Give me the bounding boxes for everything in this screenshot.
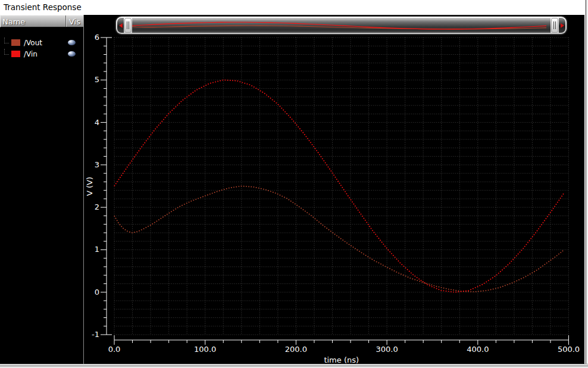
x-axis-title: time (ns) <box>324 355 359 364</box>
trace-vout[interactable] <box>114 186 564 292</box>
waveform-plot[interactable]: -101234560.0100.0200.0300.0400.0500.0tim… <box>84 15 584 364</box>
preview-trace-vin <box>132 22 546 29</box>
arrow-right-icon <box>561 23 564 28</box>
signal-color-swatch[interactable] <box>11 39 20 46</box>
scrollbar-right-handle[interactable] <box>551 18 558 33</box>
y-tick-label: 4 <box>95 118 99 127</box>
legend-rows: /Vout /Vin <box>0 37 83 60</box>
y-tick-label: 0 <box>95 288 99 297</box>
window-titlebar: Transient Response <box>0 0 588 15</box>
x-tick-label: 100.0 <box>194 345 216 354</box>
window-bottom-border <box>0 364 588 368</box>
x-tick-label: 300.0 <box>376 345 398 354</box>
x-tick-label: 0.0 <box>108 345 121 354</box>
tree-branch-icon <box>4 49 9 55</box>
plot-grid <box>114 38 569 335</box>
plot-area[interactable]: -101234560.0100.0200.0300.0400.0500.0tim… <box>84 15 584 364</box>
y-axis-title: V (V) <box>85 177 94 196</box>
x-tick-label: 500.0 <box>558 345 580 354</box>
signal-name[interactable]: /Vin <box>24 50 37 58</box>
x-tick-label: 400.0 <box>467 345 489 354</box>
signal-color-swatch[interactable] <box>11 51 20 57</box>
window-right-border <box>584 0 588 368</box>
scroll-left-button[interactable] <box>117 18 124 33</box>
eye-icon[interactable] <box>68 40 76 45</box>
eye-icon[interactable] <box>68 51 76 57</box>
name-column-header[interactable]: Name <box>1 15 65 27</box>
y-tick-label: -1 <box>92 330 99 339</box>
waveform-window: Transient Response Name Vis /Vout /Vin -… <box>0 0 588 368</box>
legend-row-vin[interactable]: /Vin <box>0 48 83 60</box>
signal-name[interactable]: /Vout <box>24 39 42 47</box>
y-tick-label: 1 <box>95 245 99 254</box>
arrow-left-icon <box>119 23 123 28</box>
scroll-right-button[interactable] <box>559 18 565 33</box>
trace-vin[interactable] <box>114 80 564 292</box>
waveform-preview <box>132 18 551 33</box>
y-tick-label: 2 <box>95 202 99 211</box>
grip-icon <box>553 21 554 29</box>
x-tick-label: 200.0 <box>285 345 307 354</box>
scrollbar-left-handle[interactable] <box>124 18 132 33</box>
vis-column-header[interactable]: Vis <box>65 15 83 27</box>
zoom-scrollbar[interactable] <box>116 17 567 34</box>
legend-row-vout[interactable]: /Vout <box>0 37 83 48</box>
plot-axes <box>101 38 569 345</box>
scrollbar-track[interactable] <box>132 18 551 33</box>
page-title: Transient Response <box>0 0 82 12</box>
y-tick-label: 6 <box>95 33 99 42</box>
y-tick-label: 3 <box>95 160 99 169</box>
grip-icon <box>127 21 127 29</box>
legend-column-headers: Name Vis <box>0 15 83 27</box>
tree-branch-icon <box>4 38 9 43</box>
y-tick-label: 5 <box>95 75 99 84</box>
signal-legend-panel: Name Vis /Vout /Vin <box>0 15 83 364</box>
